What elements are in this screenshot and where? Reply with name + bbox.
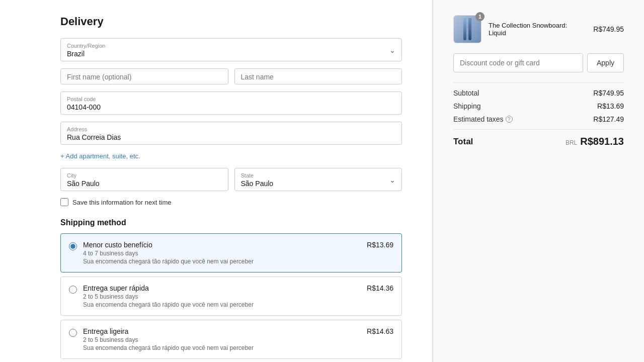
city-input[interactable]	[67, 179, 222, 188]
shipping-desc-1: Sua encomenda chegará tão rápido que voc…	[83, 258, 361, 265]
shipping-price-2: R$14.36	[367, 284, 393, 292]
right-panel: 1 The Collection Snowboard: Liquid R$749…	[433, 0, 644, 362]
state-chevron-icon: ⌄	[389, 176, 395, 184]
total-value: R$891.13	[580, 136, 624, 147]
city-label: City	[67, 172, 222, 178]
last-name-input[interactable]	[241, 73, 396, 81]
add-apartment-link[interactable]: + Add apartment, suite, etc.	[60, 152, 140, 160]
delivery-heading: Delivery	[60, 15, 402, 28]
state-select[interactable]: State São Paulo ⌄	[234, 168, 403, 191]
shipping-radio-1[interactable]	[69, 242, 77, 250]
product-name: The Collection Snowboard: Liquid	[489, 22, 586, 37]
discount-row: Apply	[453, 53, 624, 72]
total-label: Total	[453, 137, 473, 147]
state-label: State	[241, 172, 390, 178]
shipping-desc-2: Sua encomenda chegará tão rápido que voc…	[83, 301, 361, 308]
product-image-wrapper: 1	[453, 15, 481, 43]
shipping-option-2[interactable]: Entrega super rápida 2 to 5 business day…	[60, 277, 402, 316]
apply-button[interactable]: Apply	[587, 53, 624, 72]
subtotal-row: Subtotal R$749.95	[453, 89, 624, 97]
save-info-row: Save this information for next time	[60, 198, 402, 206]
shipping-summary-value: R$13.69	[597, 102, 624, 110]
first-name-input[interactable]	[67, 73, 222, 81]
shipping-option-3[interactable]: Entrega ligeira 2 to 5 business days Sua…	[60, 320, 402, 359]
postal-code-label: Postal code	[67, 96, 395, 102]
shipping-radio-2[interactable]	[69, 286, 77, 294]
total-divider	[453, 129, 624, 130]
snowboard-icon	[458, 18, 476, 41]
taxes-info-icon[interactable]: ?	[506, 116, 513, 123]
taxes-label: Estimated taxes	[453, 115, 504, 123]
product-price: R$749.95	[593, 25, 624, 33]
shipping-desc-3: Sua encomenda chegará tão rápido que voc…	[83, 344, 361, 351]
save-info-checkbox[interactable]	[60, 198, 68, 206]
save-info-label: Save this information for next time	[72, 199, 172, 206]
total-row: Total BRL R$891.13	[453, 136, 624, 147]
postal-code-input[interactable]	[67, 103, 395, 111]
shipping-option-1[interactable]: Menor custo benefício 4 to 7 business da…	[60, 233, 402, 273]
shipping-days-3: 2 to 5 business days	[83, 336, 361, 343]
summary-divider	[453, 82, 624, 83]
taxes-row: Estimated taxes ? R$127.49	[453, 115, 624, 123]
shipping-price-3: R$14.63	[367, 327, 393, 335]
country-value: Brazil	[67, 50, 389, 58]
chevron-down-icon: ⌄	[389, 46, 395, 54]
shipping-name-1: Menor custo benefício	[83, 241, 361, 249]
first-name-field[interactable]	[60, 68, 228, 84]
name-row	[60, 68, 402, 84]
svg-rect-1	[463, 18, 466, 40]
total-value-wrapper: BRL R$891.13	[566, 136, 624, 147]
shipping-summary-label: Shipping	[453, 102, 481, 110]
state-value: São Paulo	[241, 179, 390, 188]
shipping-days-1: 4 to 7 business days	[83, 250, 361, 257]
left-panel: Delivery Country/Region Brazil ⌄ Postal …	[0, 0, 433, 362]
svg-rect-3	[468, 18, 471, 40]
address-input[interactable]	[67, 133, 395, 141]
shipping-heading: Shipping method	[60, 218, 402, 227]
total-currency: BRL	[566, 139, 577, 146]
postal-code-field[interactable]: Postal code	[60, 92, 402, 115]
postal-code-group: Postal code	[60, 92, 402, 115]
country-field-group: Country/Region Brazil ⌄	[60, 38, 402, 61]
address-label: Address	[67, 126, 395, 132]
address-group: Address	[60, 122, 402, 145]
city-state-row: City State São Paulo ⌄	[60, 168, 402, 191]
shipping-row: Shipping R$13.69	[453, 102, 624, 110]
address-field[interactable]: Address	[60, 122, 402, 145]
country-label: Country/Region	[67, 43, 389, 49]
shipping-name-3: Entrega ligeira	[83, 327, 361, 335]
discount-input[interactable]	[453, 53, 583, 72]
shipping-radio-3[interactable]	[69, 329, 77, 337]
subtotal-value: R$749.95	[593, 89, 624, 97]
subtotal-label: Subtotal	[453, 89, 479, 97]
product-badge: 1	[475, 12, 485, 21]
taxes-label-wrapper: Estimated taxes ?	[453, 115, 513, 123]
city-field[interactable]: City	[60, 168, 228, 191]
shipping-name-2: Entrega super rápida	[83, 284, 361, 292]
shipping-price-1: R$13.69	[367, 241, 393, 249]
product-row: 1 The Collection Snowboard: Liquid R$749…	[453, 15, 624, 43]
taxes-value: R$127.49	[593, 115, 624, 123]
shipping-days-2: 2 to 5 business days	[83, 293, 361, 300]
last-name-field[interactable]	[234, 68, 403, 84]
country-select[interactable]: Country/Region Brazil ⌄	[60, 38, 402, 61]
